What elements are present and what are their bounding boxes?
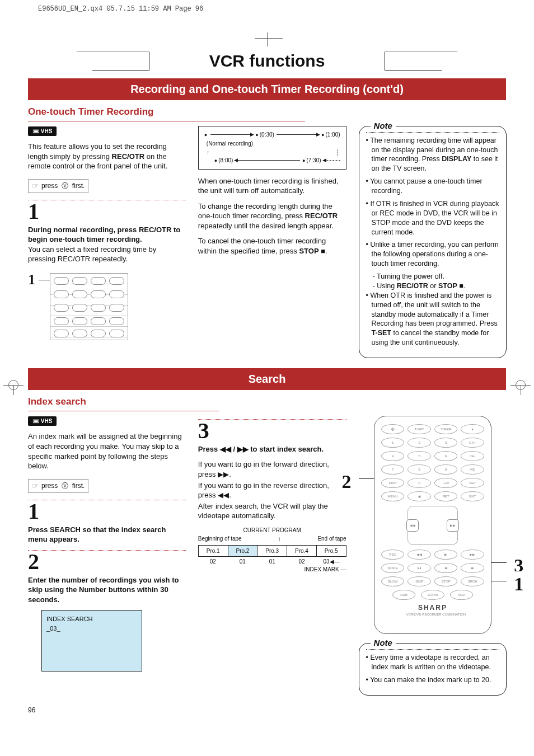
press-vcr-first: ☞ press Ⓥ first. <box>28 179 88 193</box>
step-number-3: 3 <box>198 421 346 441</box>
tape-end-label: End of tape <box>317 535 346 543</box>
subsection-one-touch: One-touch Timer Recording <box>28 106 305 121</box>
index-step3-a: If you want to go in the forward directi… <box>198 459 346 479</box>
index-mark-value: 02 <box>198 558 228 566</box>
program-cell: Pro.3 <box>257 546 287 557</box>
index-mark-value: 02 <box>287 558 317 566</box>
remote-subtitle: VCR/DVD RECORDER COMBINATION <box>381 612 484 617</box>
index-search-screen: INDEX SEARCH _03_ <box>41 610 142 672</box>
vhs-badge: VHS <box>28 126 57 137</box>
search-note-item: Every time a videotape is recorded, an i… <box>366 653 500 672</box>
press-vcr-first: ☞ press Ⓥ first. <box>28 479 88 493</box>
index-mark-label: INDEX MARK — <box>198 566 346 574</box>
search-note-item: You can make the index mark up to 20. <box>366 675 500 685</box>
index-step3-b: If you want to go in the reverse directi… <box>198 481 346 500</box>
index-step3-c: After index search, the VCR will play th… <box>198 501 346 521</box>
index-step1: Press SEARCH so that the index search me… <box>28 525 186 544</box>
remote-brand: SHARP <box>381 603 484 612</box>
rewind-icon[interactable]: ◀◀ <box>406 519 419 532</box>
note-heading: Note <box>371 637 396 649</box>
otr-note-sub: - Using REC/OTR or STOP ■. <box>366 281 500 291</box>
hand-icon: ☞ <box>32 481 39 491</box>
remote-callout-2: 2 <box>342 469 352 495</box>
otr-note-item: The remaining recording time will appear… <box>366 136 500 174</box>
program-cell: Pro.2 <box>228 546 258 557</box>
print-header: E9656UD_EN_2.qx4 05.7.15 11:59 AM Page 9… <box>0 0 534 16</box>
fast-forward-icon[interactable]: ▶▶ <box>447 519 459 532</box>
tape-begin-label: Beginning of tape <box>198 535 242 543</box>
step-number-1: 1 <box>28 201 186 222</box>
otr-note-item: Unlike a timer recording, you can perfor… <box>366 240 500 269</box>
vhs-badge: VHS <box>28 416 57 426</box>
program-cell: Pro.1 <box>199 546 228 557</box>
otr-cancel: To cancel the one-touch timer recording … <box>198 236 346 256</box>
remote-illustration: 2 3 1 ⏻T-SETTIMER▲ 123CH+ 456CH- 789VID … <box>359 416 507 634</box>
remote-callout-1: 1 <box>28 270 35 289</box>
page-title-ribbon: VCR functions <box>28 50 506 73</box>
section-bar-recording: Recording and One-touch Timer Recording … <box>28 78 506 100</box>
otr-change: To change the recording length during th… <box>198 201 346 231</box>
index-intro: An index mark will be assigned at the be… <box>28 431 186 471</box>
remote-closeup <box>50 273 128 340</box>
crop-mark-left <box>3 375 24 395</box>
index-step2: Enter the number of recordings you wish … <box>28 575 186 605</box>
otr-note-item: If OTR is finished in VCR during playbac… <box>366 199 500 237</box>
hand-icon: ☞ <box>32 181 39 191</box>
program-title: CURRENT PROGRAM <box>198 527 346 534</box>
otr-note-item: When OTR is finished and the power is tu… <box>366 291 500 348</box>
step-number-2: 2 <box>28 552 186 572</box>
program-diagram: CURRENT PROGRAM Beginning of tape ↓ End … <box>198 527 346 574</box>
otr-step1: During normal recording, press REC/OTR t… <box>28 225 186 264</box>
otr-intro: This feature allows you to set the recor… <box>28 142 186 171</box>
otr-time-diagram: (0:30) (1:00) (Normal recording) ↑ ┆ (8:… <box>198 126 346 170</box>
step-number-1: 1 <box>28 501 186 522</box>
note-heading: Note <box>371 120 396 132</box>
index-mark-value: 01 <box>257 558 287 566</box>
screen-title: INDEX SEARCH <box>46 615 137 623</box>
crop-mark-top <box>0 16 534 46</box>
crop-mark-right <box>510 375 531 395</box>
search-note-box: Note Every time a videotape is recorded,… <box>359 643 507 696</box>
index-mark-value: 01 <box>228 558 257 566</box>
otr-finished: When one-touch timer recording is finish… <box>198 176 346 196</box>
remote-callout-1: 1 <box>514 571 523 597</box>
otr-note-box: Note The remaining recording time will a… <box>359 126 507 358</box>
otr-note-item: You cannot pause a one-touch timer recor… <box>366 177 500 196</box>
program-cell: Pro.5 <box>317 546 346 557</box>
section-bar-search: Search <box>28 368 506 390</box>
program-cell: Pro.4 <box>287 546 317 557</box>
otr-note-sub: - Turning the power off. <box>366 272 500 281</box>
index-mark-value: 03◀— <box>317 558 346 566</box>
page-title: VCR functions <box>149 50 385 73</box>
page-number: 96 <box>28 706 506 715</box>
index-step3-head: Press ◀◀ / ▶▶ to start index search. <box>198 444 346 454</box>
subsection-index-search: Index search <box>28 396 219 411</box>
